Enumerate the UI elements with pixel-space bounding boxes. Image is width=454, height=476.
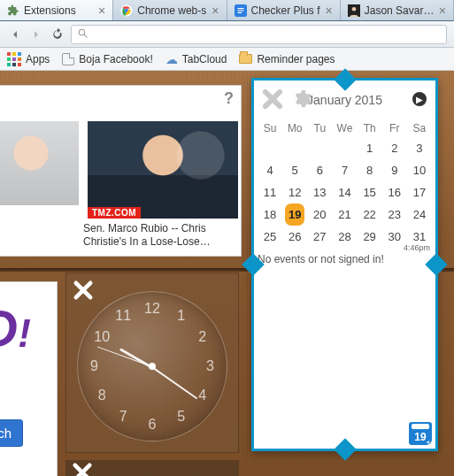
calendar-day: . [307, 137, 332, 159]
calendar-day[interactable]: 6 [307, 159, 332, 181]
svg-point-4 [79, 29, 85, 35]
desktop: ? TMZ.COM Sen. Marco Rubio -- Chris Chri… [0, 71, 454, 476]
close-icon[interactable] [69, 459, 96, 476]
calendar-day[interactable]: 13 [307, 181, 332, 203]
calendar-day[interactable]: 17 [407, 181, 432, 203]
calendar-day: . [258, 137, 282, 159]
app-icon [235, 4, 247, 17]
calendar-day[interactable]: 28 [332, 226, 357, 248]
tab-close-icon[interactable]: × [439, 4, 446, 18]
clock-number: 10 [94, 329, 110, 345]
close-icon[interactable] [259, 86, 286, 112]
calendar-day[interactable]: 25 [258, 226, 282, 248]
weekday-label: We [332, 119, 357, 137]
yahoo-widget: D! arch [0, 281, 58, 476]
calendar-day[interactable]: 21 [332, 203, 357, 226]
calendar-day[interactable]: 19 [285, 203, 304, 226]
bookmark-item[interactable]: Boja Facebook! [62, 53, 152, 65]
cloud-icon: ☁ [165, 52, 178, 66]
forward-button[interactable] [28, 27, 44, 42]
calendar-day[interactable]: 10 [407, 159, 432, 181]
news-caption[interactable]: Sen. Marco Rubio -- Chris Christie's In … [74, 219, 229, 249]
browser-tabstrip: Extensions × Chrome web-s × Checker Plus… [0, 0, 454, 21]
news-thumb-main[interactable]: TMZ.COM [88, 121, 238, 219]
yahoo-logo: D! [0, 298, 31, 359]
calendar-day[interactable]: 12 [282, 181, 307, 203]
back-button[interactable] [7, 27, 23, 42]
clock-number: 11 [115, 308, 131, 324]
calendar-day[interactable]: 18 [258, 203, 282, 226]
tab-title: Chrome web-s [137, 4, 207, 17]
clock-number: 9 [90, 358, 98, 374]
omnibox[interactable] [71, 25, 447, 44]
weekday-header: SuMoTuWeThFrSa [254, 119, 435, 137]
calendar-day[interactable]: 14 [332, 181, 357, 203]
clock-number: 12 [144, 301, 160, 317]
weekday-label: Su [258, 119, 282, 137]
svg-line-5 [84, 35, 87, 37]
calendar-day: . [282, 137, 307, 159]
browser-tab-extensions[interactable]: Extensions × [0, 0, 113, 20]
browser-tab-webstore[interactable]: Chrome web-s × [113, 0, 227, 20]
bookmark-label: Reminder pages [257, 53, 335, 65]
folder-icon [239, 54, 252, 64]
calendar-day[interactable]: 1 [358, 137, 382, 159]
calendar-day[interactable]: 11 [258, 181, 282, 203]
calendar-header: January 2015 ▶ [254, 81, 435, 119]
next-month-button[interactable]: ▶ [412, 92, 427, 106]
tab-title: Extensions [24, 4, 94, 17]
hour-hand [119, 348, 153, 369]
weekday-label: Tu [307, 119, 332, 137]
calendar-day[interactable]: 23 [382, 203, 407, 226]
calendar-day[interactable]: 15 [358, 181, 382, 203]
help-button[interactable]: ? [224, 89, 234, 108]
calendar-day[interactable]: 16 [382, 181, 407, 203]
reload-button[interactable] [50, 27, 65, 42]
clock-widget: 121234567891011 [65, 273, 239, 453]
tab-close-icon[interactable]: × [326, 4, 333, 18]
calendar-day[interactable]: 5 [282, 159, 307, 181]
calendar-app-icon[interactable]: 19 [409, 422, 432, 445]
tab-title: Jason Savard - [365, 4, 435, 17]
calendar-day[interactable]: 9 [382, 159, 407, 181]
calendar-day[interactable]: 7 [332, 159, 357, 181]
apps-label: Apps [26, 53, 50, 65]
calendar-day[interactable]: 3 [407, 137, 432, 159]
tab-close-icon[interactable]: × [98, 4, 105, 18]
apps-button[interactable]: Apps [7, 52, 50, 66]
calendar-day[interactable]: 4 [258, 159, 282, 181]
clock-number: 8 [98, 388, 106, 403]
gear-icon[interactable] [291, 88, 312, 112]
bookmark-item[interactable]: ☁ TabCloud [165, 52, 227, 66]
tab-close-icon[interactable]: × [212, 4, 219, 18]
calendar-day[interactable]: 24 [407, 203, 432, 226]
avatar-icon [348, 4, 360, 17]
bookmarks-bar: Apps Boja Facebook! ☁ TabCloud Reminder … [0, 48, 454, 71]
calendar-day[interactable]: 20 [307, 203, 332, 226]
resize-handle-bottom[interactable] [334, 438, 356, 460]
weekday-label: Sa [407, 119, 432, 137]
calendar-day[interactable]: 2 [382, 137, 407, 159]
close-icon[interactable] [70, 277, 96, 303]
news-thumb[interactable] [0, 121, 79, 205]
calendar-day[interactable]: 22 [358, 203, 382, 226]
widget-stub [65, 460, 239, 476]
search-button[interactable]: arch [0, 419, 23, 447]
calendar-week: ....123 [258, 137, 432, 159]
calendar-week: 11121314151617 [258, 181, 432, 203]
calendar-day[interactable]: 27 [307, 226, 332, 248]
browser-tab-jason[interactable]: Jason Savard - × [341, 0, 454, 20]
calendar-day: . [332, 137, 357, 159]
calendar-day[interactable]: 8 [358, 159, 382, 181]
apps-icon [7, 52, 21, 66]
clock-number: 2 [198, 329, 206, 345]
puzzle-icon [7, 4, 19, 17]
bookmark-item[interactable]: Reminder pages [239, 53, 335, 65]
clock-number: 3 [206, 358, 214, 374]
calendar-title: January 2015 [307, 93, 382, 107]
page-icon [62, 53, 74, 65]
calendar-day[interactable]: 26 [282, 226, 307, 248]
calendar-day[interactable]: 29 [358, 226, 382, 248]
clock-number: 4 [198, 388, 206, 403]
browser-tab-checker[interactable]: Checker Plus f × [227, 0, 341, 20]
